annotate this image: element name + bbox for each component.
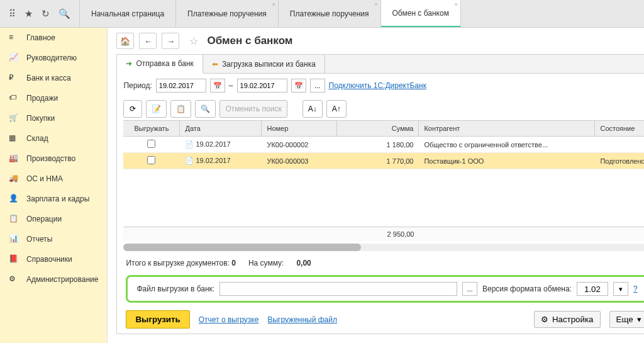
- sidebar-item-directories[interactable]: 📕Справочники: [0, 249, 107, 269]
- copy-button[interactable]: 📋: [170, 100, 191, 118]
- gear-icon: ⚙: [9, 274, 19, 284]
- edit-button[interactable]: 📝: [146, 100, 167, 118]
- sidebar-item-reports[interactable]: 📊Отчеты: [0, 229, 107, 249]
- home-button[interactable]: 🏠: [116, 33, 134, 49]
- sidebar-item-assets[interactable]: 🚚ОС и НМА: [0, 169, 107, 189]
- col-state[interactable]: Состояние: [595, 121, 644, 136]
- arrow-left-icon: ⬅: [212, 60, 218, 69]
- sidebar: ≡Главное 📈Руководителю ₽Банк и касса 🏷Пр…: [0, 28, 108, 343]
- direct-bank-link[interactable]: Подключить 1С:ДиректБанк: [329, 81, 426, 90]
- period-picker-button[interactable]: ...: [310, 79, 325, 93]
- sidebar-item-production[interactable]: 🏭Производство: [0, 149, 107, 169]
- date-from-input[interactable]: [156, 79, 206, 93]
- sidebar-item-sales[interactable]: 🏷Продажи: [0, 88, 107, 108]
- tab-payments-2[interactable]: Платежные поручения×: [279, 0, 381, 27]
- col-number[interactable]: Номер: [262, 121, 337, 136]
- col-sum[interactable]: Сумма: [337, 121, 419, 136]
- page-title: Обмен с банком: [207, 35, 292, 47]
- top-tabs: Начальная страница Платежные поручения× …: [79, 0, 461, 27]
- gear-icon: ⚙: [541, 315, 548, 324]
- sort-asc-button[interactable]: A↓: [303, 100, 323, 118]
- cancel-search-button[interactable]: Отменить поиск: [219, 100, 287, 118]
- refresh-button[interactable]: ⟳: [123, 100, 142, 118]
- subtab-send[interactable]: ➜Отправка в банк: [117, 55, 203, 74]
- page-header: 🏠 ← → ☆ Обмен с банком ×: [108, 28, 644, 54]
- calendar-to-button[interactable]: 📅: [291, 79, 306, 93]
- data-grid: Выгружать Дата Номер Сумма Контрагент Со…: [123, 120, 644, 241]
- sidebar-item-warehouse[interactable]: ▦Склад: [0, 128, 107, 149]
- close-icon[interactable]: ×: [374, 1, 377, 8]
- back-button[interactable]: ←: [139, 33, 157, 49]
- tab-payments-1[interactable]: Платежные поручения×: [176, 0, 279, 27]
- tag-icon: 🏷: [9, 93, 19, 103]
- file-export-row: Файл выгрузки в банк: ... Версия формата…: [126, 275, 644, 303]
- grid-total: 2 950,00: [337, 227, 419, 241]
- exported-file-link[interactable]: Выгруженный файл: [267, 315, 337, 324]
- table-row[interactable]: 📄 19.02.2017 УК00-000002 1 180,00 Общест…: [123, 137, 644, 153]
- sidebar-item-purchases[interactable]: 🛒Покупки: [0, 108, 107, 128]
- book-icon: 📕: [9, 254, 19, 264]
- report-link[interactable]: Отчет о выгрузке: [199, 315, 259, 324]
- person-icon: 👤: [9, 194, 19, 204]
- sidebar-item-admin[interactable]: ⚙Администрирование: [0, 269, 107, 290]
- close-icon[interactable]: ×: [272, 1, 275, 8]
- tab-bank-exchange[interactable]: Обмен с банком×: [381, 0, 461, 27]
- sidebar-item-bank[interactable]: ₽Банк и касса: [0, 68, 107, 88]
- settings-button[interactable]: ⚙Настройка: [534, 311, 601, 328]
- history-icon[interactable]: ↻: [42, 8, 50, 20]
- col-date[interactable]: Дата: [180, 121, 262, 136]
- top-bar: ⠿ ★ ↻ 🔍 Начальная страница Платежные пор…: [0, 0, 644, 28]
- format-version-input[interactable]: [577, 282, 608, 296]
- col-export[interactable]: Выгружать: [123, 121, 180, 136]
- export-button[interactable]: Выгрузить: [126, 310, 189, 329]
- sidebar-item-salary[interactable]: 👤Зарплата и кадры: [0, 189, 107, 209]
- sidebar-item-main[interactable]: ≡Главное: [0, 28, 107, 48]
- menu-icon: ≡: [9, 33, 19, 43]
- cart-icon: 🛒: [9, 113, 19, 123]
- tab-home[interactable]: Начальная страница: [79, 0, 176, 27]
- forward-button[interactable]: →: [162, 33, 179, 49]
- sort-desc-button[interactable]: A↑: [326, 100, 347, 118]
- period-label: Период:: [123, 81, 152, 90]
- favorite-icon[interactable]: ☆: [189, 35, 198, 47]
- col-agent[interactable]: Контрагент: [419, 121, 595, 136]
- file-label: Файл выгрузки в банк:: [136, 284, 214, 293]
- find-button[interactable]: 🔍: [195, 100, 216, 118]
- sidebar-item-operations[interactable]: 📋Операции: [0, 209, 107, 229]
- help-link[interactable]: ?: [633, 284, 638, 293]
- format-label: Версия формата обмена:: [482, 284, 572, 293]
- truck-icon: 🚚: [9, 174, 19, 184]
- sidebar-item-manager[interactable]: 📈Руководителю: [0, 48, 107, 68]
- ruble-icon: ₽: [9, 73, 19, 83]
- boxes-icon: ▦: [9, 133, 19, 143]
- close-icon[interactable]: ×: [455, 1, 458, 8]
- star-icon[interactable]: ★: [25, 8, 33, 20]
- file-browse-button[interactable]: ...: [462, 282, 477, 296]
- horizontal-scrollbar[interactable]: [123, 244, 644, 251]
- file-path-input[interactable]: [219, 282, 457, 296]
- more-button[interactable]: Еще ▾: [609, 311, 644, 328]
- search-icon[interactable]: 🔍: [58, 8, 70, 20]
- subtabs: ➜Отправка в банк ⬅Загрузка выписки из ба…: [117, 55, 644, 74]
- factory-icon: 🏭: [9, 154, 19, 164]
- apps-icon[interactable]: ⠿: [9, 8, 16, 20]
- table-row[interactable]: 📄 19.02.2017 УК00-000003 1 770,00 Постав…: [123, 153, 644, 169]
- row-checkbox[interactable]: [147, 140, 155, 148]
- report-icon: 📊: [9, 234, 19, 244]
- arrow-right-icon: ➜: [126, 59, 132, 68]
- chart-icon: 📈: [9, 53, 19, 63]
- date-to-input[interactable]: [237, 79, 287, 93]
- subtab-load[interactable]: ⬅Загрузка выписки из банка: [203, 55, 325, 73]
- calendar-from-button[interactable]: 📅: [210, 79, 225, 93]
- row-checkbox[interactable]: [147, 156, 155, 164]
- format-dropdown-button[interactable]: ▾: [613, 282, 628, 296]
- ledger-icon: 📋: [9, 214, 19, 224]
